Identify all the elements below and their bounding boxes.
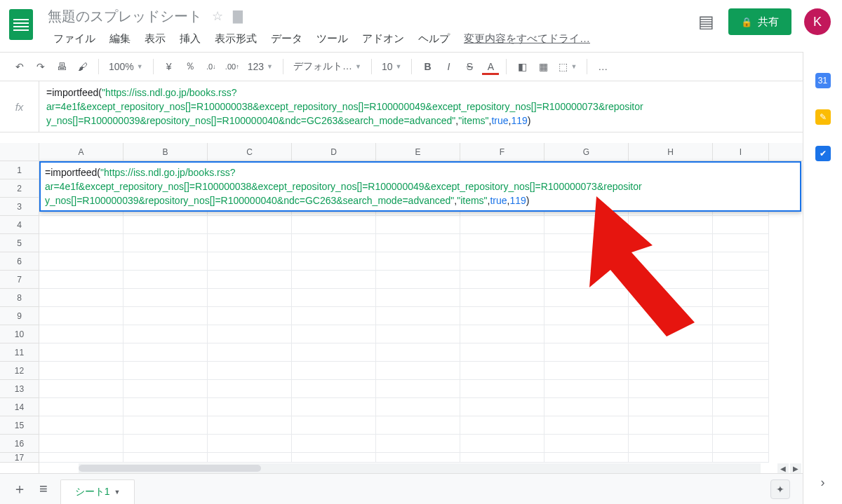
column-headers: A B C D E F G H I <box>39 143 803 161</box>
col-header[interactable]: G <box>544 143 629 161</box>
row-header[interactable]: 5 <box>0 234 39 252</box>
print-button[interactable]: 🖶 <box>52 57 72 76</box>
col-header[interactable]: E <box>376 143 460 161</box>
row-header[interactable]: 2 <box>0 179 39 198</box>
doc-title[interactable]: 無題のスプレッドシート <box>48 7 202 26</box>
formula-bar: fx =importfeed("https://iss.ndl.go.jp/bo… <box>0 81 842 132</box>
row-header[interactable]: 16 <box>0 435 39 453</box>
title-actions: ▤ 🔒 共有 K <box>696 6 835 35</box>
spreadsheet-grid: 1 2 3 4 5 6 7 8 9 10 11 12 13 14 15 16 1… <box>0 143 803 473</box>
col-header[interactable]: C <box>208 143 292 161</box>
hscroll-right-icon[interactable]: ▶ <box>790 463 801 473</box>
text-color-button[interactable]: A <box>481 57 500 76</box>
menu-edit[interactable]: 編集 <box>104 29 136 48</box>
star-icon[interactable]: ☆ <box>212 8 223 24</box>
col-header[interactable]: H <box>629 143 713 161</box>
row-header[interactable]: 8 <box>0 289 39 307</box>
row-header[interactable]: 7 <box>0 271 39 289</box>
menu-insert[interactable]: 挿入 <box>174 29 206 48</box>
calendar-icon[interactable]: 31 <box>815 73 831 88</box>
decrease-decimal[interactable]: .0↓ <box>201 57 221 76</box>
bold-button[interactable]: B <box>417 57 437 76</box>
title-bar: 無題のスプレッドシート ☆ ▇ ファイル 編集 表示 挿入 表示形式 データ ツ… <box>0 0 842 52</box>
zoom-select[interactable]: 100%▼ <box>105 61 147 72</box>
format-percent[interactable]: ％ <box>180 57 200 76</box>
fx-label: fx <box>0 81 39 132</box>
col-header[interactable]: F <box>460 143 544 161</box>
hscroll-left-icon[interactable]: ◀ <box>777 463 789 473</box>
format-currency[interactable]: ¥ <box>159 57 179 76</box>
row-header[interactable]: 3 <box>0 198 39 216</box>
account-avatar[interactable]: K <box>804 8 831 35</box>
menu-tools[interactable]: ツール <box>311 29 354 48</box>
title-column: 無題のスプレッドシート ☆ ▇ ファイル 編集 表示 挿入 表示形式 データ ツ… <box>48 6 696 48</box>
undo-button[interactable]: ↶ <box>10 57 29 76</box>
sheet-tab[interactable]: シート1 ▼ <box>60 479 135 505</box>
row-header[interactable]: 11 <box>0 343 39 362</box>
row-header[interactable]: 1 <box>0 161 39 179</box>
sheets-logo[interactable] <box>7 6 35 43</box>
side-panel: 31 ✎ ✔ › <box>803 52 842 504</box>
menu-view[interactable]: 表示 <box>139 29 171 48</box>
share-label: 共有 <box>758 15 779 29</box>
row-headers: 1 2 3 4 5 6 7 8 9 10 11 12 13 14 15 16 1… <box>0 143 39 473</box>
menu-addons[interactable]: アドオン <box>356 29 410 48</box>
row-header[interactable]: 15 <box>0 416 39 435</box>
share-button[interactable]: 🔒 共有 <box>728 8 791 35</box>
select-all-corner[interactable] <box>0 143 39 161</box>
row-header[interactable]: 6 <box>0 252 39 271</box>
menu-help[interactable]: ヘルプ <box>413 29 455 48</box>
row-header[interactable]: 4 <box>0 216 39 234</box>
cells-area[interactable]: =importfeed("https://iss.ndl.go.jp/books… <box>39 161 803 463</box>
menu-bar: ファイル 編集 表示 挿入 表示形式 データ ツール アドオン ヘルプ 変更内容… <box>48 29 696 48</box>
comments-icon[interactable]: ▤ <box>696 12 716 32</box>
row-header[interactable]: 12 <box>0 362 39 380</box>
sheet-tab-label: シート1 <box>75 486 110 498</box>
increase-decimal[interactable]: .00↑ <box>222 57 242 76</box>
row-header[interactable]: 17 <box>0 453 39 463</box>
italic-button[interactable]: I <box>439 57 458 76</box>
row-header[interactable]: 14 <box>0 398 39 416</box>
all-sheets-button[interactable]: ≡ <box>39 481 48 497</box>
fill-color-button[interactable]: ◧ <box>512 57 532 76</box>
col-header[interactable]: I <box>713 143 769 161</box>
lock-icon: 🔒 <box>741 17 752 27</box>
menu-format[interactable]: 表示形式 <box>209 29 262 48</box>
paint-format-button[interactable]: 🖌 <box>73 57 93 76</box>
toolbar: ↶ ↷ 🖶 🖌 100%▼ ¥ ％ .0↓ .00↑ 123▼ デフォルト…▼ … <box>0 52 842 81</box>
redo-button[interactable]: ↷ <box>31 57 51 76</box>
sheet-tab-bar: ＋ ≡ シート1 ▼ <box>0 473 803 504</box>
row-header[interactable]: 10 <box>0 325 39 343</box>
horizontal-scrollbar[interactable] <box>79 463 761 473</box>
menu-data[interactable]: データ <box>265 29 308 48</box>
more-formats[interactable]: 123▼ <box>243 61 277 72</box>
side-panel-toggle-icon[interactable]: › <box>821 475 825 490</box>
chevron-down-icon[interactable]: ▼ <box>114 489 120 496</box>
tasks-icon[interactable]: ✔ <box>815 146 831 161</box>
last-edit-link[interactable]: 変更内容をすべてドライ… <box>458 29 596 48</box>
more-toolbar[interactable]: … <box>593 57 613 76</box>
col-header[interactable]: D <box>292 143 376 161</box>
add-sheet-button[interactable]: ＋ <box>13 479 27 498</box>
grid-main[interactable]: A B C D E F G H I <box>39 143 803 473</box>
font-size-select[interactable]: 10▼ <box>377 61 406 72</box>
strike-button[interactable]: S <box>460 57 479 76</box>
borders-button[interactable]: ▦ <box>533 57 553 76</box>
keep-icon[interactable]: ✎ <box>815 109 831 125</box>
explore-button[interactable] <box>770 479 790 499</box>
font-select[interactable]: デフォルト…▼ <box>289 60 366 73</box>
menu-file[interactable]: ファイル <box>48 29 101 48</box>
row-header[interactable]: 9 <box>0 307 39 325</box>
cell-editor[interactable]: =importfeed("https://iss.ndl.go.jp/books… <box>39 161 801 212</box>
formula-input[interactable]: =importfeed("https://iss.ndl.go.jp/books… <box>39 81 842 132</box>
hscroll-thumb[interactable] <box>79 465 261 472</box>
col-header[interactable]: A <box>39 143 123 161</box>
col-header[interactable]: B <box>123 143 208 161</box>
move-folder-icon[interactable]: ▇ <box>233 8 243 24</box>
row-header[interactable]: 13 <box>0 380 39 398</box>
merge-button[interactable]: ⬚▼ <box>554 61 581 72</box>
